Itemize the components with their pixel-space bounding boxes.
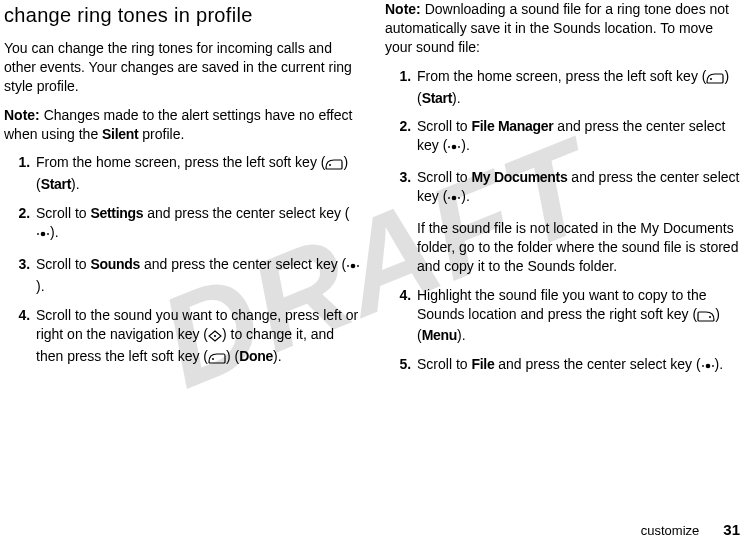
svg-point-14 <box>452 196 457 201</box>
svg-point-18 <box>705 364 710 369</box>
list-item: Scroll to Settings and press the center … <box>34 204 361 245</box>
step-text: From the home screen, press the left sof… <box>36 154 325 170</box>
step-text: Scroll to <box>417 169 471 185</box>
svg-point-0 <box>329 164 331 166</box>
step-text: ). <box>452 90 461 106</box>
svg-point-2 <box>37 233 39 235</box>
step-text: Scroll to <box>417 356 471 372</box>
svg-point-12 <box>448 146 450 148</box>
page-content: change ring tones in profile You can cha… <box>0 0 754 387</box>
step-text: and press the center select key ( <box>494 356 700 372</box>
step-text: and press the center select key ( <box>143 205 349 221</box>
note-paragraph: Note: Changes made to the alert settings… <box>4 106 361 144</box>
note-body: Downloading a sound file for a ring tone… <box>385 1 729 55</box>
note-tail: profile. <box>138 126 184 142</box>
step-label: Start <box>422 90 452 106</box>
center-select-icon <box>447 139 461 158</box>
step-text: Scroll to <box>417 118 471 134</box>
step-label: Settings <box>90 205 143 221</box>
step-sub-paragraph: If the sound file is not located in the … <box>417 219 742 276</box>
step-text: ). <box>461 137 470 153</box>
step-text: ). <box>461 188 470 204</box>
step-label: File Manager <box>471 118 553 134</box>
svg-point-13 <box>458 146 460 148</box>
center-select-icon <box>346 258 360 277</box>
softkey-left-icon <box>706 70 724 89</box>
center-select-icon <box>701 358 715 377</box>
step-text: Highlight the sound file you want to cop… <box>417 287 707 322</box>
svg-point-11 <box>452 145 457 150</box>
step-text: ) ( <box>226 348 239 364</box>
step-text: ). <box>457 327 466 343</box>
step-text: ). <box>50 224 59 240</box>
page-number: 31 <box>723 521 740 538</box>
svg-point-19 <box>702 365 704 367</box>
svg-point-5 <box>347 265 349 267</box>
step-label: Done <box>239 348 273 364</box>
step-text: Scroll to <box>36 205 90 221</box>
note-label: Note: <box>385 1 421 17</box>
center-select-icon <box>447 190 461 209</box>
softkey-left-icon <box>208 350 226 369</box>
step-text: ). <box>715 356 724 372</box>
step-label: My Documents <box>471 169 567 185</box>
list-item: Scroll to File Manager and press the cen… <box>415 117 742 158</box>
list-item: Highlight the sound file you want to cop… <box>415 286 742 346</box>
right-steps: From the home screen, press the left sof… <box>385 67 742 378</box>
list-item: Scroll to My Documents and press the cen… <box>415 168 742 275</box>
list-item: From the home screen, press the left sof… <box>415 67 742 108</box>
svg-point-9 <box>212 358 214 360</box>
step-text: ). <box>71 176 80 192</box>
step-text: and press the center select key ( <box>140 256 346 272</box>
svg-point-16 <box>458 197 460 199</box>
svg-point-10 <box>710 78 712 80</box>
left-steps: From the home screen, press the left sof… <box>4 153 361 368</box>
page-footer: customize31 <box>641 520 740 540</box>
section-heading: change ring tones in profile <box>4 2 361 29</box>
note-label: Note: <box>4 107 40 123</box>
step-label: File <box>471 356 494 372</box>
softkey-left-icon <box>325 156 343 175</box>
step-text: From the home screen, press the left sof… <box>417 68 706 84</box>
step-label: Sounds <box>90 256 140 272</box>
svg-point-1 <box>41 232 46 237</box>
list-item: From the home screen, press the left sof… <box>34 153 361 194</box>
navigation-key-icon <box>208 328 222 347</box>
right-column: Note: Downloading a sound file for a rin… <box>385 0 742 387</box>
step-label: Menu <box>422 327 457 343</box>
list-item: Scroll to File and press the center sele… <box>415 355 742 377</box>
step-label: Start <box>41 176 71 192</box>
svg-point-6 <box>357 265 359 267</box>
svg-point-15 <box>448 197 450 199</box>
step-text: ). <box>36 278 45 294</box>
svg-point-3 <box>47 233 49 235</box>
footer-section: customize <box>641 523 700 538</box>
list-item: Scroll to the sound you want to change, … <box>34 306 361 369</box>
list-item: Scroll to Sounds and press the center se… <box>34 255 361 296</box>
note-profile: Silent <box>102 126 138 142</box>
step-text: ). <box>273 348 282 364</box>
svg-point-20 <box>712 365 714 367</box>
svg-point-4 <box>351 264 356 269</box>
svg-point-17 <box>709 316 711 318</box>
softkey-right-icon <box>697 308 715 327</box>
svg-point-8 <box>214 335 216 337</box>
note-paragraph: Note: Downloading a sound file for a rin… <box>385 0 742 57</box>
step-text: Scroll to <box>36 256 90 272</box>
left-column: change ring tones in profile You can cha… <box>4 0 361 387</box>
center-select-icon <box>36 226 50 245</box>
intro-paragraph: You can change the ring tones for incomi… <box>4 39 361 96</box>
